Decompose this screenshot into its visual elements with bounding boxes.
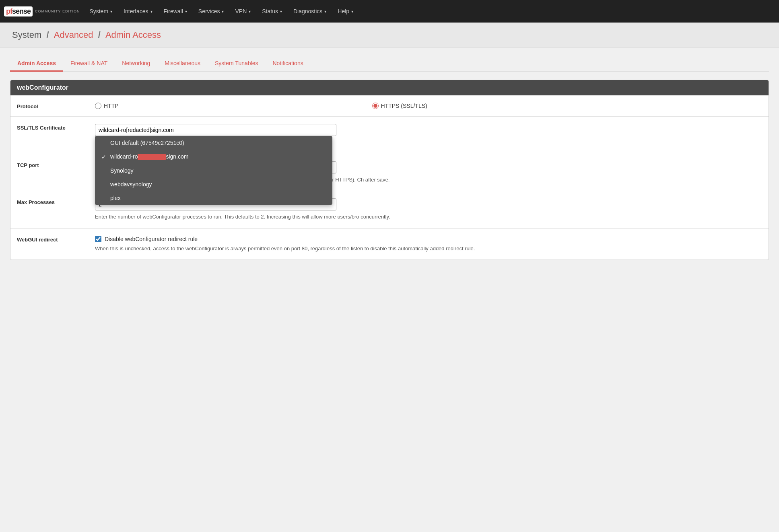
logo-text: pfsense	[4, 6, 33, 16]
http-radio[interactable]	[95, 103, 101, 109]
breadcrumb-sep-1: /	[46, 30, 51, 40]
card-header: webConfigurator	[10, 80, 769, 95]
ssl-cert-label: SSL/TLS Certificate	[10, 122, 91, 131]
nav-services[interactable]: Services ▾	[193, 0, 230, 23]
radio-https[interactable]: HTTPS (SSL/TLS)	[372, 103, 427, 109]
breadcrumb-sep-2: /	[98, 30, 103, 40]
max-processes-label: Max Processes	[10, 197, 91, 205]
webgui-redirect-label: WebGUI redirect	[10, 234, 91, 243]
nav-firewall[interactable]: Firewall ▾	[158, 0, 193, 23]
protocol-options: HTTP HTTPS (SSL/TLS)	[95, 103, 762, 109]
dropdown-item-synology[interactable]: Synology	[95, 164, 332, 177]
breadcrumb-admin-access[interactable]: Admin Access	[105, 30, 161, 40]
nav-system[interactable]: System ▾	[84, 0, 118, 23]
check-placeholder	[101, 140, 108, 146]
tcp-port-label: TCP port	[10, 160, 91, 168]
tab-firewall-nat[interactable]: Firewall & NAT	[63, 56, 115, 72]
protocol-row: Protocol HTTP HTTPS (SSL/TLS)	[10, 95, 769, 117]
nav-diagnostics[interactable]: Diagnostics ▾	[288, 0, 332, 23]
check-placeholder	[101, 195, 108, 201]
nav-status[interactable]: Status ▾	[256, 0, 288, 23]
brand-logo[interactable]: pfsense COMMUNITY EDITION	[4, 6, 80, 16]
checkbox-row: Disable webConfigurator redirect rule	[95, 236, 762, 242]
chevron-down-icon: ▾	[150, 9, 153, 14]
breadcrumb-system[interactable]: System	[12, 30, 41, 40]
page-wrapper: System / Advanced / Admin Access Admin A…	[0, 23, 779, 268]
tab-notifications[interactable]: Notifications	[265, 56, 310, 72]
navbar: pfsense COMMUNITY EDITION System ▾ Inter…	[0, 0, 779, 23]
tab-admin-access[interactable]: Admin Access	[10, 56, 63, 72]
ssl-cert-content: GUI default (67549c27251c0) wildcard-ro[…	[91, 122, 769, 148]
dropdown-item-gui-default[interactable]: GUI default (67549c27251c0)	[95, 136, 332, 150]
http-label: HTTP	[104, 103, 119, 109]
tab-miscellaneous[interactable]: Miscellaneous	[157, 56, 208, 72]
max-processes-help: Enter the number of webConfigurator proc…	[95, 213, 762, 221]
tab-networking[interactable]: Networking	[115, 56, 157, 72]
tab-system-tunables[interactable]: System Tunables	[208, 56, 265, 72]
chevron-down-icon: ▾	[351, 9, 353, 14]
https-label: HTTPS (SSL/TLS)	[381, 103, 427, 109]
dropdown-item-plex[interactable]: plex	[95, 191, 332, 205]
nav-help[interactable]: Help ▾	[332, 0, 359, 23]
nav-vpn[interactable]: VPN ▾	[229, 0, 256, 23]
webconfigurateur-card: webConfigurator Protocol HTTP HTTPS (SSL…	[10, 80, 769, 260]
protocol-content: HTTP HTTPS (SSL/TLS)	[91, 101, 769, 111]
check-placeholder	[101, 181, 108, 188]
chevron-down-icon: ▾	[324, 9, 326, 14]
tabs-bar: Admin Access Firewall & NAT Networking M…	[10, 56, 769, 72]
webgui-redirect-content: Disable webConfigurator redirect rule Wh…	[91, 234, 769, 254]
check-placeholder	[101, 167, 108, 174]
main-content: Admin Access Firewall & NAT Networking M…	[0, 48, 779, 268]
ssl-cert-select-wrapper: GUI default (67549c27251c0) wildcard-ro[…	[95, 124, 336, 136]
protocol-label: Protocol	[10, 101, 91, 109]
brand-subtitle: COMMUNITY EDITION	[35, 9, 80, 14]
breadcrumb: System / Advanced / Admin Access	[12, 30, 767, 40]
ssl-cert-row: SSL/TLS Certificate GUI default (67549c2…	[10, 117, 769, 154]
breadcrumb-area: System / Advanced / Admin Access	[0, 23, 779, 48]
chevron-down-icon: ▾	[249, 9, 251, 14]
ssl-cert-select[interactable]: GUI default (67549c27251c0) wildcard-ro[…	[95, 124, 336, 136]
dropdown-item-wildcard[interactable]: ✓ wildcard-rosign.com	[95, 150, 332, 164]
chevron-down-icon: ▾	[222, 9, 224, 14]
webgui-redirect-checkbox[interactable]	[95, 236, 101, 242]
dropdown-item-webdav[interactable]: webdavsynology	[95, 177, 332, 191]
chevron-down-icon: ▾	[110, 9, 112, 14]
webgui-redirect-help: When this is unchecked, access to the we…	[95, 245, 762, 253]
webgui-redirect-checkbox-label: Disable webConfigurator redirect rule	[105, 236, 198, 242]
nav-interfaces[interactable]: Interfaces ▾	[118, 0, 158, 23]
chevron-down-icon: ▾	[280, 9, 282, 14]
https-radio[interactable]	[372, 103, 379, 109]
redacted-text	[138, 154, 166, 160]
chevron-down-icon: ▾	[185, 9, 187, 14]
ssl-cert-dropdown[interactable]: GUI default (67549c27251c0) ✓ wildcard-r…	[95, 136, 332, 205]
check-icon: ✓	[101, 154, 108, 160]
nav-menu: System ▾ Interfaces ▾ Firewall ▾ Service…	[84, 0, 359, 23]
radio-http[interactable]: HTTP	[95, 103, 119, 109]
breadcrumb-advanced[interactable]: Advanced	[54, 30, 93, 40]
webgui-redirect-row: WebGUI redirect Disable webConfigurator …	[10, 229, 769, 260]
